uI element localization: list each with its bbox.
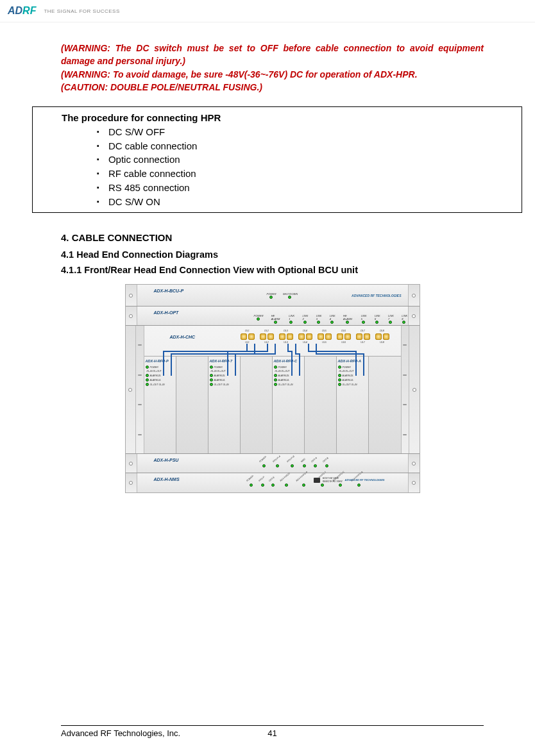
bcu-module: ADX-H-BCU-P POWER SHUTDOWN ADVANCED RF T… bbox=[137, 285, 408, 306]
led bbox=[146, 383, 149, 386]
footer-page-number: 41 bbox=[268, 728, 276, 738]
chassis-side bbox=[401, 326, 409, 453]
procedure-title: The procedure for connecting HPR bbox=[62, 111, 516, 125]
chc-ports: DL1UL1 DL2UL2 DL3UL3 DL4UL4 DL5UL5 DL6UL… bbox=[241, 330, 389, 344]
section-4-1-1: 4.1.1 Front/Rear Head End Connection Vie… bbox=[61, 265, 484, 275]
warning-3: (CAUTION: DOUBLE POLE/NEUTRAL FUSING.) bbox=[61, 81, 484, 94]
led bbox=[274, 383, 277, 386]
psu-module: ADX-H-PSU POWER RFU-P-A RFU-P-B NMS OPT-… bbox=[137, 454, 408, 473]
port-group: DL4UL4 bbox=[298, 330, 312, 344]
page-header: ADRF THE SIGNAL FOR SUCCESS bbox=[0, 0, 535, 22]
led bbox=[317, 321, 320, 324]
nms-host-label: HOST HE VIEW REMOTE HU VIEW bbox=[323, 477, 343, 482]
rfu-slots: ADX-H-RFU-P POWER DL-IN DL-OUT ALARM-DL … bbox=[144, 357, 401, 453]
led bbox=[274, 378, 277, 382]
rack-ear bbox=[408, 473, 420, 492]
nms-label: ADX-H-NMS bbox=[154, 477, 180, 482]
rack-ear bbox=[408, 285, 420, 306]
rfu-label: ADX-H-RFU-P bbox=[146, 359, 174, 363]
empty-slot bbox=[241, 357, 273, 453]
procedure-item: Optic connection bbox=[97, 153, 516, 167]
led bbox=[285, 483, 288, 487]
sma-port bbox=[268, 333, 274, 340]
logo-rf: RF bbox=[22, 5, 36, 17]
led bbox=[269, 296, 273, 299]
led bbox=[146, 365, 149, 369]
sma-port bbox=[318, 333, 324, 340]
sma-port bbox=[375, 333, 382, 340]
chc-module: ADX-H-CHC DL1UL1 DL2UL2 DL3UL3 DL4UL4 DL… bbox=[144, 326, 401, 357]
nms-module: ADX-H-NMS POWER RFU-P OPT-E ADX-H-BCU AD… bbox=[137, 473, 408, 492]
port-group: DL7UL7 bbox=[356, 330, 370, 344]
rfu-slot: ADX-H-RFU-A POWER DL-IN DL-OUT ALARM-DL … bbox=[337, 357, 369, 453]
footer-company: Advanced RF Technologies, Inc. bbox=[61, 728, 180, 738]
chc-label: ADX-H-CHC bbox=[170, 335, 196, 339]
led bbox=[250, 483, 253, 487]
led bbox=[303, 321, 307, 324]
opt-module: ADX-H-OPT POWER HE ALARM LINK 1 LINK 2 L… bbox=[137, 307, 408, 325]
rfu-label: ADX-H-RFU-7 bbox=[210, 359, 239, 363]
sma-port bbox=[383, 333, 389, 340]
sma-port bbox=[248, 333, 255, 340]
warning-2: (WARNING: To avoid damage, be sure -48V(… bbox=[61, 68, 484, 81]
empty-slot bbox=[369, 357, 401, 453]
psu-label: ADX-H-PSU bbox=[154, 458, 179, 462]
led bbox=[303, 464, 306, 467]
led bbox=[362, 321, 365, 324]
empty-slot bbox=[305, 357, 337, 453]
rfu-slot: ADX-H-RFU-P POWER DL-IN DL-OUT ALARM-DL … bbox=[144, 357, 176, 453]
logo-ad: AD bbox=[8, 5, 22, 17]
brand-text: ADVANCED RF TECHNOLOGIES bbox=[345, 478, 385, 482]
procedure-box: The procedure for connecting HPR DC S/W … bbox=[32, 106, 522, 213]
rack-ear bbox=[126, 454, 137, 473]
led bbox=[302, 483, 305, 487]
psu-leds: POWER RFU-P-A RFU-P-B NMS OPT-A OPT-B bbox=[259, 460, 331, 467]
chc-row: ADX-H-CHC DL1UL1 DL2UL2 DL3UL3 DL4UL4 DL… bbox=[126, 326, 420, 454]
led bbox=[257, 317, 260, 321]
port-group: DL3UL3 bbox=[279, 330, 293, 344]
nms-right-panel: HOST HE VIEW REMOTE HU VIEW ADVANCED RF … bbox=[314, 477, 385, 482]
led bbox=[288, 296, 291, 299]
bcu-label: ADX-H-BCU-P bbox=[154, 289, 184, 293]
sma-port bbox=[287, 333, 293, 340]
warnings-block: (WARNING: The DC switch must be set to O… bbox=[61, 42, 484, 94]
ethernet-icon bbox=[314, 478, 320, 483]
led bbox=[325, 464, 328, 467]
nms-row: ADX-H-NMS POWER RFU-P OPT-E ADX-H-BCU AD… bbox=[126, 473, 420, 492]
rfu-label: ADX-H-RFU-A bbox=[338, 359, 367, 363]
led bbox=[375, 321, 378, 324]
opt-label: ADX-H-OPT bbox=[154, 310, 179, 315]
led bbox=[339, 483, 342, 487]
brand-text: ADVANCED RF TECHNOLOGIES bbox=[352, 294, 401, 298]
rack-ear bbox=[409, 326, 419, 453]
rack-ear bbox=[126, 473, 137, 492]
sma-port bbox=[337, 333, 343, 340]
led bbox=[276, 464, 279, 467]
led bbox=[338, 378, 341, 382]
procedure-item: RS 485 connection bbox=[97, 181, 516, 195]
port-group: DL5UL5 bbox=[318, 330, 332, 344]
rack-ear bbox=[408, 307, 420, 325]
led bbox=[330, 321, 334, 324]
procedure-list: DC S/W OFF DC cable connection Optic con… bbox=[62, 125, 516, 209]
warning-1: (WARNING: The DC switch must be set to O… bbox=[61, 42, 484, 68]
section-4-1: 4.1 Head End Connection Diagrams bbox=[61, 249, 484, 260]
connection-diagram: ADX-H-BCU-P POWER SHUTDOWN ADVANCED RF T… bbox=[125, 284, 420, 493]
led bbox=[146, 378, 149, 382]
procedure-item: DC S/W OFF bbox=[97, 125, 516, 139]
led bbox=[146, 374, 149, 377]
logo: ADRF bbox=[8, 5, 36, 17]
empty-slot bbox=[176, 357, 208, 453]
rack-ear bbox=[126, 326, 136, 453]
rfu-slot: ADX-H-RFU-C POWER DL-IN DL-OUT ALARM-DL … bbox=[273, 357, 305, 453]
led bbox=[210, 383, 213, 386]
chassis-side bbox=[136, 326, 144, 453]
led bbox=[271, 483, 275, 487]
procedure-item: DC S/W ON bbox=[97, 195, 516, 209]
led bbox=[389, 321, 392, 324]
rfu-label: ADX-H-RFU-C bbox=[274, 359, 303, 363]
bcu-row: ADX-H-BCU-P POWER SHUTDOWN ADVANCED RF T… bbox=[126, 285, 420, 307]
rack-ear bbox=[408, 454, 420, 473]
led bbox=[262, 464, 266, 467]
rfu-slot: ADX-H-RFU-7 POWER DL-IN DL-OUT ALARM-DL … bbox=[208, 357, 241, 453]
